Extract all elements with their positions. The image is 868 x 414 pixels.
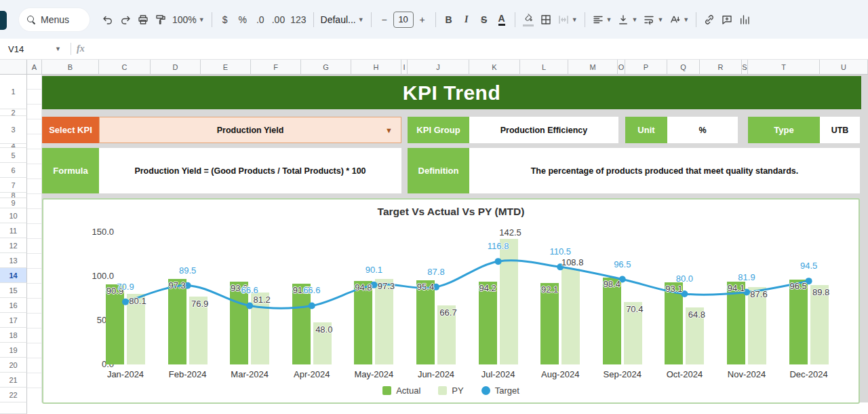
row-header-16[interactable]: 16 [0,298,27,313]
divider [313,12,314,27]
font-name: Defaul... [321,14,356,25]
row-header-19[interactable]: 19 [0,343,27,358]
kpi-trend-chart[interactable]: Target Vs Actual Vs PY (MTD) 0.050.0100.… [42,198,860,404]
column-header-p[interactable]: P [625,60,667,75]
row-header-1[interactable]: 1 [0,75,27,109]
column-header-u[interactable]: U [820,60,868,75]
row-header-12[interactable]: 12 [0,238,27,253]
name-box[interactable]: V14 ▼ [0,44,65,54]
spreadsheet-app: Menus 100% ▼ $ % .0 .00 123 Defaul... ▼ … [0,0,868,414]
column-header-i[interactable]: I [401,60,408,75]
py-label-Oct-2024: 64.8 [675,309,718,320]
strikethrough-button[interactable]: S [475,10,493,30]
row-header-17[interactable]: 17 [0,313,27,328]
target-point-Jul-2024 [495,258,502,265]
py-label-Jul-2024: 142.5 [489,227,532,238]
paint-format-button[interactable] [152,10,170,30]
py-label-Sep-2024: 70.4 [613,304,656,314]
zoom-select[interactable]: 100% ▼ [170,10,208,30]
zoom-value: 100% [172,14,197,25]
row-header-9[interactable]: 9 [0,198,27,208]
unit-value: % [667,117,738,143]
redo-button[interactable] [117,10,134,30]
insert-comment-button[interactable] [718,10,736,30]
column-header-g[interactable]: G [301,60,351,75]
target-label-Jul-2024: 116.8 [477,241,520,251]
divider [212,12,212,27]
row-header-18[interactable]: 18 [0,328,27,343]
column-header-m[interactable]: M [568,60,618,75]
row-header-7[interactable]: 7 [0,178,27,193]
column-header-d[interactable]: D [151,60,201,75]
actual-label-Jul-2024: 94.2 [466,283,509,293]
row-header-partial[interactable] [0,402,27,414]
row-header-6[interactable]: 6 [0,163,27,178]
row-header-10[interactable]: 10 [0,208,27,223]
target-label-Oct-2024: 80.0 [663,274,706,284]
row-header-3[interactable]: 3 [0,116,27,144]
select-all-corner[interactable] [0,60,27,75]
bold-button[interactable]: B [440,10,458,30]
fill-color-button[interactable] [519,10,537,30]
kpi-group-value: Production Efficiency [469,117,618,143]
column-header-k[interactable]: K [469,60,520,75]
row-header-8[interactable]: 8 [0,193,27,198]
undo-button[interactable] [99,10,117,30]
horizontal-align-button[interactable]: ▼ [589,10,615,30]
column-header-b[interactable]: B [42,60,99,75]
font-select[interactable]: Defaul... ▼ [318,10,367,30]
py-label-Aug-2024: 108.8 [551,257,594,267]
fx-icon: fx [77,43,85,54]
column-header-l[interactable]: L [520,60,568,75]
print-button[interactable] [134,10,152,30]
unit-label: Unit [625,117,667,143]
row-header-2[interactable]: 2 [0,109,27,116]
row-header-13[interactable]: 13 [0,253,27,268]
font-size-input[interactable]: 10 [393,12,414,28]
text-rotation-icon [669,14,681,26]
decrease-font-size-button[interactable]: − [376,10,393,30]
column-header-h[interactable]: H [351,60,401,75]
row-header-15[interactable]: 15 [0,283,27,298]
text-rotation-button[interactable]: ▼ [666,10,692,30]
column-header-j[interactable]: J [408,60,469,75]
column-header-o[interactable]: O [618,60,625,75]
merge-cells-button[interactable]: ▼ [555,10,580,30]
column-header-q[interactable]: Q [667,60,700,75]
row-header-5[interactable]: 5 [0,148,27,163]
menus-search[interactable]: Menus [19,8,90,31]
text-color-button[interactable]: A [493,10,511,30]
column-header-a[interactable]: A [27,60,42,75]
actual-label-Oct-2024: 93.1 [652,284,696,294]
column-header-f[interactable]: F [251,60,301,75]
row-header-11[interactable]: 11 [0,223,27,238]
chevron-down-icon: ▼ [572,16,578,23]
column-header-s[interactable]: S [742,60,748,75]
row-header-21[interactable]: 21 [0,373,27,388]
more-formats-button[interactable]: 123 [288,10,309,30]
row-header-20[interactable]: 20 [0,358,27,373]
column-header-c[interactable]: C [99,60,151,75]
insert-chart-button[interactable] [736,10,753,30]
column-header-r[interactable]: R [700,60,742,75]
text-wrap-button[interactable]: ▼ [640,10,666,30]
name-box-value: V14 [8,44,24,54]
column-header-t[interactable]: T [748,60,820,75]
borders-button[interactable] [537,10,555,30]
py-label-Jun-2024: 66.7 [427,307,470,318]
target-label-Dec-2024: 94.5 [787,261,831,271]
select-kpi-dropdown[interactable]: Production Yield ▼ [99,117,401,143]
target-label-Apr-2024: 66.6 [290,285,334,295]
row-header-22[interactable]: 22 [0,388,27,402]
italic-button[interactable]: I [458,10,475,30]
format-percent-button[interactable]: % [234,10,252,30]
format-currency-button[interactable]: $ [216,10,234,30]
row-header-14[interactable]: 14 [0,268,27,283]
increase-font-size-button[interactable]: + [414,10,431,30]
increase-decimal-button[interactable]: .00 [269,10,288,30]
decrease-decimal-button[interactable]: .0 [252,10,269,30]
vertical-align-button[interactable]: ▼ [614,10,640,30]
column-header-e[interactable]: E [201,60,251,75]
insert-link-button[interactable] [701,10,718,30]
column-a-cells[interactable] [27,75,42,402]
